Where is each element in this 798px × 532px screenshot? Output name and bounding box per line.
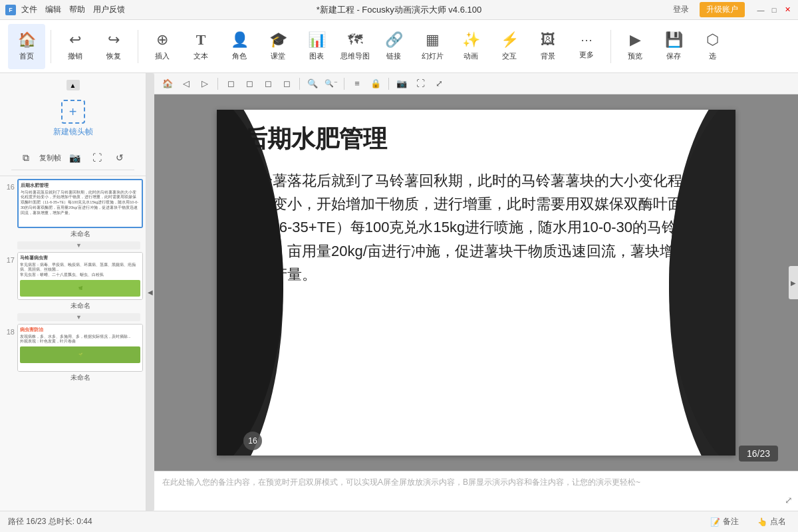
right-expand-button[interactable]: ▶ (789, 266, 798, 299)
zoom-in-btn[interactable]: 🔍 (305, 76, 321, 92)
toolbar-mindmap-label: 思维导图 (340, 51, 370, 61)
toolbar-redo-label: 恢复 (106, 51, 121, 61)
menu-help[interactable]: 帮助 (69, 4, 85, 15)
canvas-frame4-btn[interactable]: ◻ (279, 76, 295, 92)
toolbar-preview-label: 预览 (628, 51, 642, 61)
toolbar-chart[interactable]: 📊 图表 (298, 24, 335, 69)
toolbar-sep-3 (610, 30, 611, 63)
slide-item-16[interactable]: 16 后期水肥管理 与马铃薯花落后就到了马铃薯回秋期，此时的马铃薯薯块的大小变化… (3, 179, 143, 240)
slide-title: 后期水肥管理 (243, 123, 709, 156)
toolbar-action-group: ▶ 预览 💾 保存 ⬡ 选 (614, 24, 733, 69)
slide-thumb-18[interactable]: 病虫害防治 发现病株，多、水多、多施用、多，根据实际情况，及时摘除... 外观表… (17, 324, 143, 372)
toolbar-slide[interactable]: ▦ 幻灯片 (414, 24, 451, 69)
slide-item-17[interactable]: 17 马铃薯病虫害 常见病害：病毒、早疫病、晚疫病、环腐病、茎腐、黑腿病、疮痂病… (3, 252, 143, 312)
slide-content: 后期水肥管理 马铃薯落花后就到了马铃薯回秋期，此时的马铃薯薯块的大小变化程度开始… (243, 123, 709, 442)
toolbar-preview[interactable]: ▶ 预览 (616, 24, 654, 69)
toolbar-classroom[interactable]: 🎓 课堂 (259, 24, 297, 69)
canvas-lock-btn[interactable]: 🔒 (368, 76, 384, 92)
rotate-icon: ↺ (116, 152, 124, 163)
notes-status-label: 备注 (723, 516, 739, 527)
slide-canvas[interactable]: 后期水肥管理 马铃薯落花后就到了马铃薯回秋期，此时的马铃薯薯块的大小变化程度开始… (217, 110, 735, 456)
canvas-sep-2 (299, 78, 300, 90)
toolbar-role[interactable]: 👤 角色 (221, 24, 258, 69)
points-button[interactable]: 👆 点名 (753, 515, 790, 529)
toolbar-chart-label: 图表 (309, 51, 324, 61)
toolbar-animate[interactable]: ✨ 动画 (452, 24, 489, 69)
toolbar-home[interactable]: 🏠 首页 (8, 24, 45, 69)
toolbar-insert[interactable]: ⊕ 插入 (144, 24, 181, 69)
login-button[interactable]: 登录 (668, 3, 694, 17)
upgrade-button[interactable]: 升级账户 (700, 2, 745, 17)
minimize-button[interactable]: — (755, 5, 766, 15)
copy-frame-button[interactable]: ⧉ (17, 148, 35, 167)
sidebar-tools: ⧉ 复制帧 📷 ⛶ ↺ (11, 146, 134, 170)
save-icon: 💾 (665, 31, 683, 49)
notes-button[interactable]: 📝 备注 (706, 515, 743, 529)
toolbar-save[interactable]: 💾 保存 (655, 24, 692, 69)
toolbar-bg[interactable]: 🖼 背景 (529, 24, 567, 69)
menu-edit[interactable]: 编辑 (45, 4, 61, 15)
canvas-fullscreen-btn[interactable]: ⛶ (412, 76, 428, 92)
canvas-frame3-btn[interactable]: ◻ (260, 76, 276, 92)
rotate-button[interactable]: ↺ (110, 148, 129, 167)
canvas-expand-btn[interactable]: ⤢ (431, 76, 447, 92)
points-status-label: 点名 (770, 516, 786, 527)
camera-button[interactable]: 📷 (65, 148, 84, 167)
slide-collapse-17[interactable]: ▼ (17, 313, 140, 321)
canvas-screenshot-btn[interactable]: 📷 (394, 76, 410, 92)
chart-icon: 📊 (308, 31, 326, 49)
zoom-out-btn[interactable]: 🔍⁻ (323, 76, 339, 92)
canvas-toolbar: 🏠 ◁ ▷ ◻ ◻ ◻ ◻ 🔍 🔍⁻ ≡ 🔒 📷 ⛶ ⤢ (154, 73, 798, 94)
toolbar-text-label: 文本 (194, 51, 208, 61)
menu-file[interactable]: 文件 (21, 4, 37, 15)
toolbar-link[interactable]: 🔗 链接 (375, 24, 412, 69)
slide-thumb-16[interactable]: 后期水肥管理 与马铃薯花落后就到了马铃薯回秋期，此时的马铃薯薯块的大小变化程度开… (17, 179, 143, 228)
new-frame-button[interactable]: + 新建镜头帧 (49, 96, 97, 142)
canvas-list-btn[interactable]: ≡ (349, 76, 365, 92)
maximize-button[interactable]: □ (769, 5, 779, 15)
toolbar-role-label: 角色 (232, 51, 247, 61)
canvas-home-btn[interactable]: 🏠 (160, 76, 176, 92)
canvas-content: 后期水肥管理 马铃薯落花后就到了马铃薯回秋期，此时的马铃薯薯块的大小变化程度开始… (154, 94, 798, 471)
main-area: ▲ + 新建镜头帧 ⧉ 复制帧 📷 ⛶ ↺ (0, 73, 798, 511)
interact-icon: ⚡ (501, 31, 519, 49)
sidebar-collapse-button[interactable]: ◀ (146, 73, 154, 511)
slide-badge: 16 (243, 432, 262, 450)
close-button[interactable]: ✕ (782, 5, 793, 15)
path-status: 路径 16/23 总时长: 0:44 (8, 516, 92, 527)
window-controls: — □ ✕ (755, 5, 793, 15)
toolbar-more[interactable]: ⋯ 更多 (568, 24, 605, 69)
canvas-next-btn[interactable]: ▷ (197, 76, 213, 92)
canvas-prev-btn[interactable]: ◁ (178, 76, 194, 92)
slide-item-18[interactable]: 18 病虫害防治 发现病株，多、水多、多施用、多，根据实际情况，及时摘除... … (3, 324, 143, 384)
slide-list: 16 后期水肥管理 与马铃薯花落后就到了马铃薯回秋期，此时的马铃薯薯块的大小变化… (0, 176, 146, 511)
slide-num-16: 16 (3, 179, 15, 191)
toolbar-interact-label: 交互 (502, 51, 517, 61)
points-icon: 👆 (757, 517, 767, 527)
app-logo: F (5, 5, 16, 15)
notes-area[interactable]: 在此处输入您的备注内容，在预览时开启双屏模式，可以实现A屏全屏放放演示内容，B屏… (154, 471, 798, 511)
slide-label-18: 未命名 (17, 372, 143, 384)
titlebar: F 文件 编辑 帮助 用户反馈 *新建工程 - Focusky动画演示大师 v4… (0, 0, 798, 20)
toolbar-redo[interactable]: ↪ 恢复 (95, 24, 132, 69)
slide-thumb-17[interactable]: 马铃薯病虫害 常见病害：病毒、早疫病、晚疫病、环腐病、茎腐、黑腿病、疮痂病、黑胫… (17, 252, 143, 300)
slide-17-image: 🌿 (20, 280, 140, 297)
toolbar-undo[interactable]: ↩ 撤销 (57, 24, 94, 69)
toolbar-history-group: ↩ 撤销 ↪ 恢复 (54, 24, 135, 69)
toolbar-interact[interactable]: ⚡ 交互 (491, 24, 528, 69)
titlebar-right: 登录 升级账户 — □ ✕ (668, 2, 793, 17)
toolbar-text[interactable]: T 文本 (182, 24, 219, 69)
slide-thumb-content-17: 马铃薯病虫害 常见病害：病毒、早疫病、晚疫病、环腐病、茎腐、黑腿病、疮痂病、黑胫… (18, 253, 142, 299)
toolbar-mindmap[interactable]: 🗺 思维导图 (336, 24, 374, 69)
canvas-frame2-btn[interactable]: ◻ (241, 76, 257, 92)
mindmap-icon: 🗺 (348, 31, 362, 49)
toolbar-more-label: 更多 (579, 50, 594, 60)
slide-collapse-16[interactable]: ▼ (17, 241, 140, 249)
scroll-up-arrow[interactable]: ▲ (66, 80, 80, 90)
frame-view-button[interactable]: ⛶ (88, 148, 106, 167)
notes-expand-icon[interactable]: ⤢ (785, 495, 793, 505)
toolbar-select[interactable]: ⬡ 选 (694, 24, 731, 69)
menu-feedback[interactable]: 用户反馈 (93, 4, 125, 15)
canvas-frame1-btn[interactable]: ◻ (223, 76, 239, 92)
toolbar-home-group: 🏠 首页 (5, 24, 48, 69)
